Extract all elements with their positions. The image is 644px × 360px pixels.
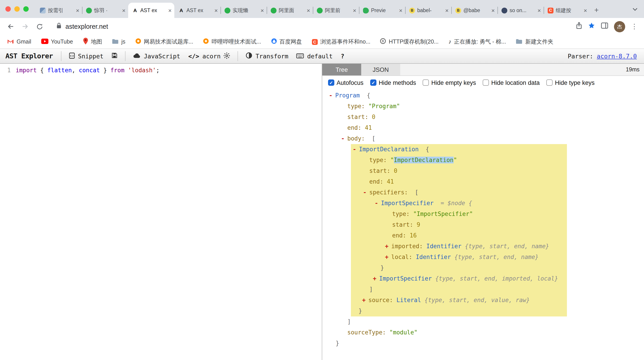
- bookmark-item[interactable]: BHTTP缓存机制(20...: [380, 38, 438, 46]
- bookmark-item[interactable]: YouTube: [41, 38, 73, 45]
- bookmark-item[interactable]: 地图: [83, 38, 102, 46]
- tab-close-icon[interactable]: ×: [260, 8, 264, 13]
- bookmark-item[interactable]: C浏览器事件环和no...: [312, 38, 370, 46]
- collapse-toggle[interactable]: -: [353, 144, 359, 155]
- collapse-toggle[interactable]: -: [375, 198, 381, 209]
- tab-close-icon[interactable]: ×: [214, 8, 218, 13]
- node-type-link[interactable]: ImportSpecifier: [381, 200, 434, 207]
- tab-close-icon[interactable]: ×: [76, 8, 79, 13]
- tree-line: +ImportSpecifier {type, start, end, impo…: [322, 273, 644, 284]
- url-field[interactable]: astexplorer.net: [48, 23, 570, 31]
- code-line[interactable]: 1 import { flatten, concat } from 'lodas…: [0, 66, 322, 75]
- bookmark-item[interactable]: Gmail: [7, 38, 31, 45]
- gear-icon[interactable]: [224, 52, 230, 60]
- tab-close-icon[interactable]: ×: [492, 8, 495, 13]
- bookmark-item[interactable]: 网易技术面试题库...: [135, 38, 194, 46]
- tab-close-icon[interactable]: ×: [353, 8, 356, 13]
- tab-close-icon[interactable]: ×: [399, 8, 402, 13]
- node-type-link[interactable]: Identifier: [416, 254, 451, 260]
- back-icon[interactable]: [4, 20, 17, 33]
- browser-tab[interactable]: 阿里面×: [267, 3, 313, 18]
- tab-close-icon[interactable]: ×: [168, 8, 172, 13]
- tab-close-icon[interactable]: ×: [122, 8, 126, 13]
- node-type-link[interactable]: ImportSpecifier: [379, 275, 432, 282]
- keymap-button[interactable]: default: [292, 49, 337, 63]
- option-hide-location-data[interactable]: Hide location data: [483, 79, 540, 86]
- node-type-link[interactable]: Literal: [396, 297, 421, 303]
- code-text[interactable]: import { flatten, concat } from 'lodash'…: [16, 66, 160, 75]
- expand-toggle[interactable]: +: [385, 252, 391, 263]
- checkbox[interactable]: ✓: [370, 79, 376, 86]
- parser-version-link[interactable]: acorn-8.7.0: [597, 53, 637, 60]
- close-window-button[interactable]: [6, 6, 11, 12]
- node-type-link[interactable]: Identifier: [426, 243, 462, 250]
- browser-tab[interactable]: 阿里前×: [313, 3, 359, 18]
- bookmark-item[interactable]: ♪正在播放: 勇气 - 棉...: [448, 38, 506, 46]
- tab-tree[interactable]: Tree: [322, 64, 361, 75]
- maps-icon: [83, 38, 88, 46]
- collapse-toggle[interactable]: -: [329, 90, 335, 101]
- zoom-window-button[interactable]: [23, 6, 29, 12]
- browser-tab[interactable]: 实现懒×: [220, 3, 267, 18]
- expand-toggle[interactable]: +: [362, 295, 368, 306]
- browser-tab[interactable]: Bbabel-×: [405, 3, 451, 18]
- tab-close-icon[interactable]: ×: [307, 8, 310, 13]
- forward-icon[interactable]: [19, 20, 31, 33]
- music-icon: ♪: [448, 39, 451, 45]
- collapse-toggle[interactable]: -: [363, 187, 369, 198]
- browser-tab[interactable]: C组建按×: [544, 3, 590, 18]
- language-button[interactable]: JavaScript: [129, 49, 184, 63]
- tab-search-chevron-icon[interactable]: [626, 5, 644, 13]
- parser-button[interactable]: </> acorn: [184, 49, 234, 63]
- tab-close-icon[interactable]: ×: [584, 8, 587, 13]
- option-hide-empty-keys[interactable]: Hide empty keys: [423, 79, 476, 86]
- url-text[interactable]: astexplorer.net: [66, 23, 108, 30]
- reload-icon[interactable]: [33, 20, 46, 33]
- transform-button[interactable]: Transform: [242, 49, 292, 63]
- browser-tab[interactable]: Previe×: [359, 3, 405, 18]
- browser-tab[interactable]: so on...×: [498, 3, 544, 18]
- tab-close-icon[interactable]: ×: [538, 8, 541, 13]
- node-type-link[interactable]: Program: [335, 92, 360, 99]
- checkbox[interactable]: [483, 79, 489, 86]
- option-hide-type-keys[interactable]: Hide type keys: [546, 79, 594, 86]
- bookmark-star-icon[interactable]: [588, 22, 595, 31]
- bookmark-item[interactable]: 百度网盘: [271, 38, 302, 46]
- help-button[interactable]: ?: [337, 49, 348, 63]
- token-str: "Program": [368, 103, 400, 109]
- share-icon[interactable]: [576, 22, 582, 31]
- orange-icon: [203, 38, 209, 45]
- tab-label: 组建按: [556, 7, 582, 14]
- bookmark-item[interactable]: js: [112, 38, 126, 45]
- snippet-button[interactable]: Snippet: [65, 49, 108, 63]
- option-hide-methods[interactable]: ✓Hide methods: [370, 79, 416, 86]
- expand-toggle[interactable]: +: [385, 241, 391, 252]
- ast-options: ✓Autofocus✓Hide methodsHide empty keysHi…: [322, 76, 644, 89]
- token-text: [432, 275, 436, 282]
- checkbox[interactable]: [423, 79, 429, 86]
- new-tab-button[interactable]: +: [590, 3, 603, 18]
- save-button[interactable]: [108, 49, 122, 63]
- browser-menu-icon[interactable]: ⋮: [631, 23, 638, 31]
- browser-tab[interactable]: B@babe×: [451, 3, 498, 18]
- side-panel-icon[interactable]: [601, 23, 608, 31]
- minimize-window-button[interactable]: [14, 6, 20, 12]
- node-type-link[interactable]: ImportDeclaration: [359, 146, 418, 153]
- expand-toggle[interactable]: +: [373, 273, 379, 284]
- browser-tab[interactable]: AAST ex×: [128, 3, 174, 18]
- browser-tab[interactable]: 惊羽 ·×: [82, 3, 128, 18]
- orange-icon: [135, 38, 141, 45]
- lock-icon[interactable]: [56, 23, 62, 31]
- collapse-toggle[interactable]: -: [341, 133, 347, 144]
- bookmark-item[interactable]: 哔哩哔哩技术面试...: [203, 38, 261, 46]
- code-editor[interactable]: 1 import { flatten, concat } from 'lodas…: [0, 64, 322, 360]
- checkbox[interactable]: ✓: [328, 79, 334, 86]
- browser-tab[interactable]: 按需引×: [36, 3, 82, 18]
- browser-tab[interactable]: AAST ex×: [174, 3, 220, 18]
- option-autofocus[interactable]: ✓Autofocus: [328, 79, 364, 86]
- tab-json[interactable]: JSON: [361, 64, 400, 75]
- tab-close-icon[interactable]: ×: [445, 8, 448, 13]
- bookmark-item[interactable]: 新建文件夹: [516, 38, 553, 46]
- checkbox[interactable]: [546, 79, 552, 86]
- avatar[interactable]: 杰: [614, 21, 625, 32]
